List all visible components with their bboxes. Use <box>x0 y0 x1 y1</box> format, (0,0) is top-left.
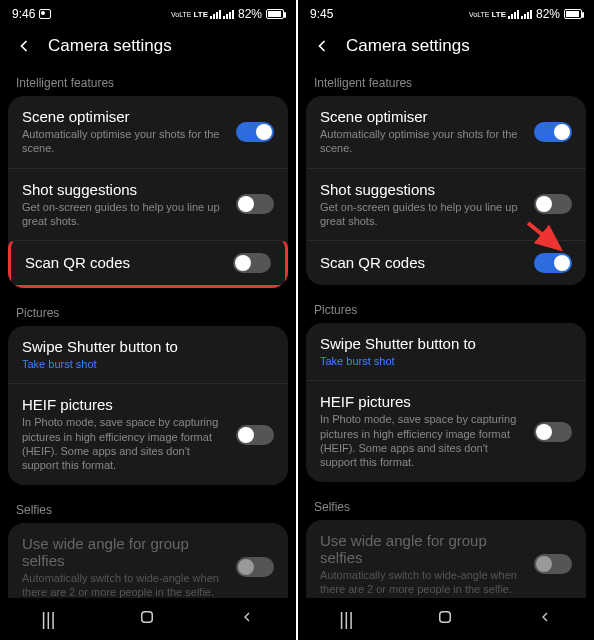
setting-subtitle: Automatically switch to wide-angle when … <box>22 571 226 598</box>
setting-subtitle: Automatically optimise your shots for th… <box>320 127 524 156</box>
section-intelligent: Intelligent features <box>298 66 594 96</box>
row-wide-angle: Use wide angle for group selfies Automat… <box>306 520 586 598</box>
page-header: Camera settings <box>0 28 296 66</box>
status-icons: VoLTE LTE 82% <box>171 7 284 21</box>
toggle-scene-optimiser[interactable] <box>534 122 572 142</box>
toggle-wide-angle <box>534 554 572 574</box>
card-pictures: Swipe Shutter button to Take burst shot … <box>8 326 288 484</box>
section-pictures: Pictures <box>0 296 296 326</box>
toggle-shot-suggestions[interactable] <box>236 194 274 214</box>
nav-home[interactable] <box>138 608 156 631</box>
row-swipe-shutter[interactable]: Swipe Shutter button to Take burst shot <box>8 326 288 383</box>
row-shot-suggestions[interactable]: Shot suggestions Get on-screen guides to… <box>306 168 586 241</box>
setting-title: Scan QR codes <box>320 254 524 271</box>
section-selfies: Selfies <box>298 490 594 520</box>
status-icons: VoLTE LTE 82% <box>469 7 582 21</box>
back-icon[interactable] <box>14 36 34 56</box>
toggle-heif[interactable] <box>534 422 572 442</box>
page-header: Camera settings <box>298 28 594 66</box>
setting-title: HEIF pictures <box>22 396 226 413</box>
signal-icon <box>508 10 519 19</box>
row-scene-optimiser[interactable]: Scene optimiser Automatically optimise y… <box>306 96 586 168</box>
card-selfies: Use wide angle for group selfies Automat… <box>306 520 586 598</box>
signal-icon <box>223 10 234 19</box>
card-selfies: Use wide angle for group selfies Automat… <box>8 523 288 598</box>
phone-right: 9:45 VoLTE LTE 82% Camera settings Intel… <box>298 0 594 640</box>
setting-title: Use wide angle for group selfies <box>320 532 524 566</box>
row-scan-qr-codes[interactable]: Scan QR codes <box>8 240 288 288</box>
signal-icon <box>210 10 221 19</box>
setting-title: Swipe Shutter button to <box>320 335 572 352</box>
setting-title: Scene optimiser <box>22 108 226 125</box>
setting-subtitle: Take burst shot <box>320 354 572 368</box>
back-icon[interactable] <box>312 36 332 56</box>
section-pictures: Pictures <box>298 293 594 323</box>
setting-title: Swipe Shutter button to <box>22 338 274 355</box>
row-heif-pictures[interactable]: HEIF pictures In Photo mode, save space … <box>8 383 288 484</box>
nav-bar: ||| <box>298 598 594 640</box>
setting-subtitle: In Photo mode, save space by capturing p… <box>22 415 226 472</box>
card-pictures: Swipe Shutter button to Take burst shot … <box>306 323 586 481</box>
card-intelligent: Scene optimiser Automatically optimise y… <box>306 96 586 285</box>
battery-icon <box>564 9 582 19</box>
clock: 9:46 <box>12 7 35 21</box>
phone-left: 9:46 VoLTE LTE 82% Camera settings Intel… <box>0 0 296 640</box>
setting-title: Use wide angle for group selfies <box>22 535 226 569</box>
nav-back[interactable] <box>537 609 553 630</box>
setting-subtitle: Take burst shot <box>22 357 274 371</box>
nav-recents[interactable]: ||| <box>339 609 353 630</box>
page-title: Camera settings <box>48 36 172 56</box>
setting-subtitle: In Photo mode, save space by capturing p… <box>320 412 524 469</box>
nav-home[interactable] <box>436 608 454 631</box>
row-wide-angle: Use wide angle for group selfies Automat… <box>8 523 288 598</box>
row-shot-suggestions[interactable]: Shot suggestions Get on-screen guides to… <box>8 168 288 241</box>
row-scene-optimiser[interactable]: Scene optimiser Automatically optimise y… <box>8 96 288 168</box>
toggle-shot-suggestions[interactable] <box>534 194 572 214</box>
setting-title: HEIF pictures <box>320 393 524 410</box>
toggle-wide-angle <box>236 557 274 577</box>
toggle-scan-qr[interactable] <box>534 253 572 273</box>
setting-subtitle: Get on-screen guides to help you line up… <box>320 200 524 229</box>
toggle-scan-qr[interactable] <box>233 253 271 273</box>
nav-recents[interactable]: ||| <box>41 609 55 630</box>
page-title: Camera settings <box>346 36 470 56</box>
setting-title: Shot suggestions <box>320 181 524 198</box>
section-selfies: Selfies <box>0 493 296 523</box>
setting-subtitle: Automatically optimise your shots for th… <box>22 127 226 156</box>
clock: 9:45 <box>310 7 333 21</box>
row-swipe-shutter[interactable]: Swipe Shutter button to Take burst shot <box>306 323 586 380</box>
setting-subtitle: Get on-screen guides to help you line up… <box>22 200 226 229</box>
status-bar: 9:46 VoLTE LTE 82% <box>0 0 296 28</box>
setting-title: Scan QR codes <box>25 254 223 271</box>
toggle-scene-optimiser[interactable] <box>236 122 274 142</box>
screenshot-icon <box>39 9 51 19</box>
row-scan-qr-codes[interactable]: Scan QR codes <box>306 240 586 285</box>
nav-back[interactable] <box>239 609 255 630</box>
setting-title: Shot suggestions <box>22 181 226 198</box>
section-intelligent: Intelligent features <box>0 66 296 96</box>
card-intelligent: Scene optimiser Automatically optimise y… <box>8 96 288 288</box>
status-bar: 9:45 VoLTE LTE 82% <box>298 0 594 28</box>
battery-icon <box>266 9 284 19</box>
svg-rect-0 <box>142 611 153 622</box>
nav-bar: ||| <box>0 598 296 640</box>
setting-subtitle: Automatically switch to wide-angle when … <box>320 568 524 597</box>
toggle-heif[interactable] <box>236 425 274 445</box>
svg-rect-1 <box>440 611 451 622</box>
row-heif-pictures[interactable]: HEIF pictures In Photo mode, save space … <box>306 380 586 481</box>
setting-title: Scene optimiser <box>320 108 524 125</box>
signal-icon <box>521 10 532 19</box>
